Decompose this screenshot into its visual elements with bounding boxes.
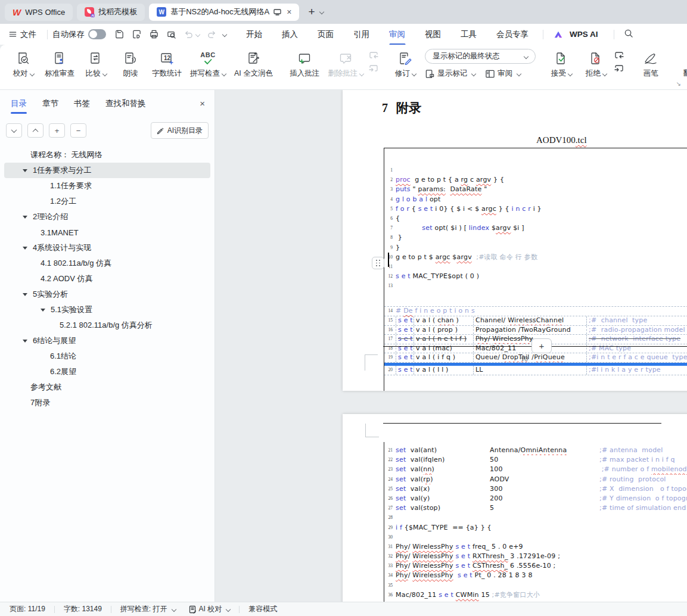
toc-item[interactable]: 课程名称： 无线网络 (4, 147, 210, 163)
markup-state-dropdown[interactable]: 显示标记的最终状态 (425, 49, 536, 64)
line-number: 20 (384, 366, 393, 375)
new-tab-button[interactable]: + (308, 5, 315, 18)
toc-item[interactable]: 3.1MANET (4, 225, 210, 240)
close-sidebar-icon[interactable]: × (200, 98, 205, 108)
ink-brush-button[interactable]: 画笔 (633, 49, 668, 80)
toc-item[interactable]: 1.2分工 (4, 194, 210, 209)
toc-item[interactable]: 7附录 (4, 395, 210, 410)
toc-item[interactable]: 1.1任务要求 (4, 178, 210, 194)
ai-polish-button[interactable]: AI 全文润色 (230, 49, 277, 80)
search-button[interactable] (624, 29, 633, 40)
hamburger-menu[interactable]: 文件 (8, 29, 36, 40)
reject-change-button[interactable]: 拒绝 (579, 49, 613, 80)
proofread-button[interactable]: 校对 (6, 49, 41, 80)
collapse-arrow-icon[interactable] (23, 169, 27, 172)
menu-item-插入[interactable]: 插入 (282, 29, 298, 40)
menu-item-开始[interactable]: 开始 (246, 29, 262, 40)
tab-wps-home[interactable]: W WPS Office (5, 4, 73, 21)
toc-item[interactable]: 6结论与展望 (4, 333, 210, 349)
search-icon (624, 29, 633, 38)
toc-item[interactable]: 6.1结论 (4, 349, 210, 364)
drag-handle[interactable] (372, 257, 384, 269)
close-tab-icon[interactable]: × (287, 7, 291, 17)
line-number: 5 (384, 204, 393, 214)
track-changes-button[interactable]: 修订 (388, 49, 422, 80)
tab-docer-template[interactable]: AI 找稻壳模板 (77, 4, 145, 21)
toc-item[interactable]: 5实验分析 (4, 287, 210, 302)
export-pdf-icon (132, 29, 142, 39)
toc-next-button[interactable] (6, 123, 22, 138)
sidebar-tab-目录[interactable]: 目录 (11, 98, 27, 114)
autosave-toggle[interactable] (88, 29, 106, 39)
menu-item-工具[interactable]: 工具 (461, 29, 477, 40)
toc-item[interactable]: 5.2.1 802.11a/b/g 仿真分析 (4, 318, 210, 333)
toc-item[interactable]: 2理论介绍 (4, 209, 210, 225)
sidebar-tab-章节[interactable]: 章节 (42, 98, 58, 114)
undo-button[interactable] (184, 30, 200, 39)
word-count-icon: 12 (159, 51, 175, 66)
review-pane-button[interactable]: 审阅 (485, 69, 521, 79)
collapse-arrow-icon[interactable] (41, 309, 45, 312)
collapse-arrow-icon[interactable] (23, 340, 27, 343)
accept-change-button[interactable]: 接受 (544, 49, 579, 80)
toc-item[interactable]: 4.1 802.11a/b/g 仿真 (4, 256, 210, 271)
collapse-arrow-icon[interactable] (23, 247, 27, 250)
save-button[interactable] (114, 29, 125, 39)
menu-item-审阅[interactable]: 审阅 (389, 29, 405, 40)
next-comment-icon[interactable] (368, 64, 380, 74)
toc-item[interactable]: 5.1实验设置 (4, 302, 210, 318)
previous-comment-icon[interactable] (368, 51, 380, 61)
code-line-28: 28 (384, 513, 687, 522)
tab-wps-label: WPS Office (25, 8, 65, 17)
standard-review-button[interactable]: 标准审查 (41, 49, 79, 80)
toc-item[interactable]: 4系统设计与实现 (4, 240, 210, 256)
file-menu-label[interactable]: 文件 (20, 29, 36, 40)
toc-item[interactable]: 6.2展望 (4, 364, 210, 379)
menu-item-引用[interactable]: 引用 (353, 29, 369, 40)
wps-ai-button[interactable]: WPS AI (553, 30, 598, 39)
comment-nav-column (368, 51, 380, 74)
redo-button[interactable] (207, 30, 217, 39)
print-preview-button[interactable] (166, 29, 176, 39)
menu-item-会员专享[interactable]: 会员专享 (496, 29, 529, 40)
spell-check-button[interactable]: ABC 拼写检查 (186, 49, 230, 80)
collapse-arrow-icon[interactable] (23, 216, 27, 219)
tab-list-chevron-icon[interactable] (319, 10, 324, 14)
word-count-button[interactable]: 12 字数统计 (148, 49, 186, 80)
status-ai-proofread[interactable]: AI 校对 (189, 604, 231, 614)
toc-item[interactable]: 1任务要求与分工 (4, 163, 210, 178)
status-spell-check[interactable]: 拼写检查: 打开 (120, 604, 176, 614)
toc-item[interactable]: 参考文献 (4, 379, 210, 395)
insert-comment-button[interactable]: 插入批注 (285, 49, 324, 80)
code-line-7: 7 set opt( $i ) [ lindex $argv $i ] (384, 223, 687, 233)
tablet-mode-icon[interactable] (273, 9, 281, 15)
toc-collapse-button[interactable]: − (70, 123, 86, 138)
previous-change-icon[interactable] (613, 51, 625, 61)
insert-blank-page-button[interactable]: + (531, 338, 552, 353)
sidebar-tab-查找和替换[interactable]: 查找和替换 (105, 98, 146, 114)
divider (54, 606, 55, 613)
show-markup-button[interactable]: 显示标记 (425, 69, 475, 79)
toc-previous-button[interactable] (27, 123, 43, 138)
code-line-34: 34Phy/ WirelessPhy s e t Pt_ 0 . 28 1 8 … (384, 571, 687, 580)
line-number: 3 (384, 185, 393, 194)
sidebar-tab-书签[interactable]: 书签 (74, 98, 90, 114)
read-aloud-button[interactable]: 朗读 (113, 49, 148, 80)
code-caption: AODV100.tcl (536, 135, 587, 145)
line-number: 2 (384, 175, 393, 185)
delete-comment-button[interactable]: 删除批注 (324, 49, 368, 80)
tab-document[interactable]: W 基于NS2的Ad-hoc无线网络A × (149, 4, 299, 21)
ribbon-expand-icon[interactable]: ↘ (676, 80, 681, 87)
next-change-icon[interactable] (613, 64, 625, 74)
toc-expand-button[interactable]: + (49, 123, 65, 138)
document-canvas: 7 附录 AODV100.tcl 12proc g e to p t { a r… (215, 90, 687, 602)
collapse-arrow-icon[interactable] (23, 293, 27, 296)
print-button[interactable] (149, 29, 159, 39)
toc-item[interactable]: 4.2 AODV 仿真 (4, 271, 210, 287)
translate-button[interactable]: 文A 翻译 (676, 49, 687, 80)
ai-recognize-toc-button[interactable]: AI识别目录 (151, 122, 209, 139)
compare-button[interactable]: 比较 (79, 49, 113, 80)
menu-item-视图[interactable]: 视图 (425, 29, 441, 40)
menu-item-页面[interactable]: 页面 (318, 29, 334, 40)
export-pdf-button[interactable] (132, 29, 142, 39)
